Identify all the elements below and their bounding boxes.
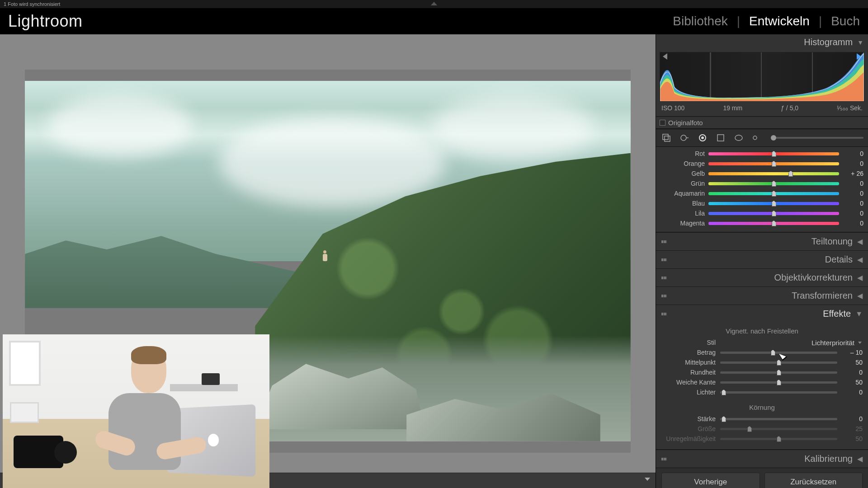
panel-title: Details xyxy=(825,254,853,265)
radial-tool-icon[interactable] xyxy=(733,132,745,144)
slider-track[interactable] xyxy=(708,212,839,215)
slider-value[interactable]: 0 xyxy=(843,180,863,187)
vignette-title: Vignett. nach Freistellen xyxy=(661,327,863,335)
slider-value[interactable]: 0 xyxy=(843,190,863,197)
redeye-tool-icon[interactable] xyxy=(697,132,708,144)
slider-value[interactable]: 50 xyxy=(842,379,863,386)
slider-track[interactable] xyxy=(708,202,839,205)
slider-thumb[interactable] xyxy=(772,161,776,167)
slider-label: Stärke xyxy=(661,415,716,422)
brush-size-slider[interactable] xyxy=(771,137,863,139)
slider-track[interactable] xyxy=(720,438,837,440)
chevron-left-icon: ◀ xyxy=(857,237,863,246)
panel-title: Teiltonung xyxy=(811,236,853,247)
slider-track[interactable] xyxy=(708,162,839,165)
slider-track[interactable] xyxy=(720,391,837,394)
slider-track[interactable] xyxy=(720,418,837,420)
panel-details[interactable]: Details ◀ xyxy=(656,250,868,268)
panel-switch-icon[interactable] xyxy=(661,258,667,261)
panel-switch-icon[interactable] xyxy=(661,458,667,460)
topbar-expand-icon[interactable] xyxy=(431,2,437,5)
slider-label: Mittelpunkt xyxy=(661,359,716,366)
spot-tool-icon[interactable] xyxy=(679,132,690,144)
slider-thumb[interactable] xyxy=(772,211,776,216)
module-library[interactable]: Bibliothek xyxy=(673,14,727,28)
previous-button[interactable]: Vorherige xyxy=(661,473,760,488)
panel-kalibrierung[interactable]: Kalibrierung ◀ xyxy=(656,450,868,468)
slider-track[interactable] xyxy=(708,152,839,155)
slider-label: Magenta xyxy=(660,220,705,227)
brush-tool-icon[interactable] xyxy=(751,132,763,144)
slider-value[interactable]: 50 xyxy=(842,435,863,442)
slider-thumb[interactable] xyxy=(771,350,775,356)
panel-switch-icon[interactable] xyxy=(661,240,667,243)
panel-effekte-header[interactable]: Effekte ▼ xyxy=(656,305,868,323)
slider-value[interactable]: 25 xyxy=(842,425,863,432)
slider-value[interactable]: + 26 xyxy=(843,170,863,177)
slider-thumb[interactable] xyxy=(722,416,726,422)
panel-histogram-header[interactable]: Histogramm ▼ xyxy=(656,34,868,50)
slider-track[interactable] xyxy=(720,371,837,374)
svg-point-7 xyxy=(753,136,757,140)
panel-title: Transformieren xyxy=(792,291,853,301)
color-slider-row: Magenta0 xyxy=(660,218,863,228)
slider-thumb[interactable] xyxy=(772,221,776,226)
slider-value[interactable]: – 10 xyxy=(842,349,863,356)
slider-value[interactable]: 0 xyxy=(843,160,863,167)
panel-transform[interactable]: Transformieren ◀ xyxy=(656,286,868,305)
slider-label: Weiche Kante xyxy=(661,379,716,386)
color-slider-row: Orange0 xyxy=(660,159,863,169)
slider-label: Größe xyxy=(661,425,716,432)
slider-label: Betrag xyxy=(661,349,716,356)
panel-switch-icon[interactable] xyxy=(661,295,667,297)
slider-track[interactable] xyxy=(708,222,839,225)
chevron-down-icon: ▼ xyxy=(857,39,863,46)
slider-thumb[interactable] xyxy=(747,426,752,432)
slider-label: Lila xyxy=(660,210,705,217)
slider-value[interactable]: 0 xyxy=(843,220,863,227)
module-separator: | xyxy=(737,14,740,28)
panel-objektiv[interactable]: Objektivkorrekturen ◀ xyxy=(656,268,868,286)
slider-value[interactable]: 0 xyxy=(843,150,863,157)
slider-track[interactable] xyxy=(720,428,837,430)
slider-track[interactable] xyxy=(708,182,839,185)
chevron-down-icon xyxy=(645,478,650,481)
slider-thumb[interactable] xyxy=(777,360,781,366)
slider-thumb[interactable] xyxy=(772,201,776,206)
app-logo: Lightroom xyxy=(8,12,83,31)
panel-switch-icon[interactable] xyxy=(661,277,667,279)
module-develop[interactable]: Entwickeln xyxy=(749,14,810,28)
histogram[interactable] xyxy=(660,52,864,102)
gradient-tool-icon[interactable] xyxy=(715,132,726,144)
slider-thumb[interactable] xyxy=(772,181,776,187)
slider-thumb[interactable] xyxy=(722,389,726,395)
module-book[interactable]: Buch xyxy=(831,14,860,28)
slider-track[interactable] xyxy=(720,381,837,384)
slider-thumb[interactable] xyxy=(777,436,781,442)
svg-point-4 xyxy=(701,136,704,139)
slider-thumb[interactable] xyxy=(772,191,776,197)
slider-value[interactable]: 0 xyxy=(842,389,863,396)
slider-thumb[interactable] xyxy=(777,370,781,375)
original-checkbox[interactable] xyxy=(660,120,665,126)
slider-label: Unregelmäßigkeit xyxy=(661,435,716,442)
crop-tool-icon[interactable] xyxy=(660,132,672,144)
slider-thumb[interactable] xyxy=(772,151,776,157)
reset-button[interactable]: Zurücksetzen xyxy=(764,473,863,488)
slider-track[interactable] xyxy=(708,172,839,175)
slider-value[interactable]: 0 xyxy=(843,200,863,207)
slider-thumb[interactable] xyxy=(777,380,781,385)
stil-select[interactable]: Lichterpriorität xyxy=(720,339,863,347)
slider-label: Grün xyxy=(660,180,705,187)
panel-teiltonung[interactable]: Teiltonung ◀ xyxy=(656,232,868,250)
slider-value[interactable]: 0 xyxy=(843,210,863,217)
original-label: Originalfoto xyxy=(668,119,703,127)
slider-value[interactable]: 50 xyxy=(842,359,863,366)
slider-value[interactable]: 0 xyxy=(842,369,863,376)
histogram-shutter: ¹⁄₅₀₀ Sek. xyxy=(837,104,863,112)
slider-track[interactable] xyxy=(708,192,839,195)
slider-value[interactable]: 0 xyxy=(842,415,863,422)
slider-track[interactable] xyxy=(720,361,837,364)
panel-switch-icon[interactable] xyxy=(661,313,667,315)
slider-thumb[interactable] xyxy=(788,171,793,177)
